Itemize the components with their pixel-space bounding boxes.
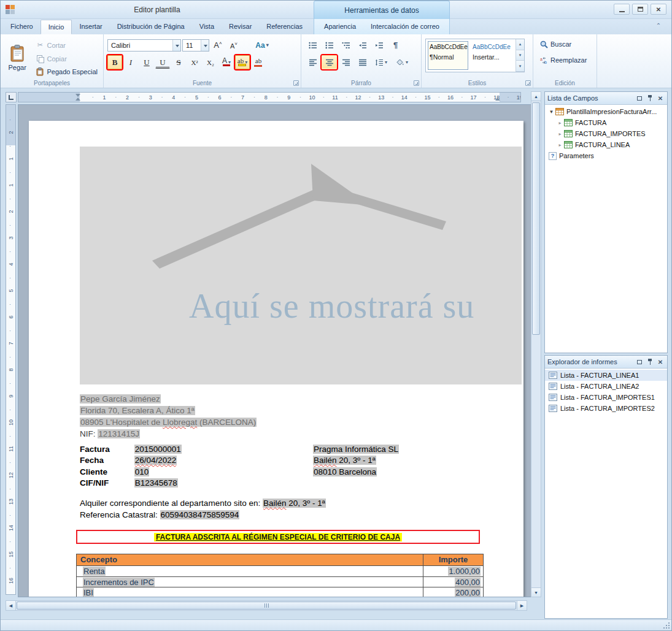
horizontal-scrollbar[interactable]: ◀ ▶ <box>6 600 527 611</box>
copy-button[interactable]: Copiar <box>33 53 101 65</box>
collapse-ribbon-button[interactable]: ⌃ <box>653 21 664 31</box>
justify-button[interactable] <box>355 55 370 69</box>
first-line-indent-marker[interactable] <box>75 94 80 97</box>
font-dialog-launcher[interactable] <box>293 80 299 86</box>
tab-stop-selector[interactable] <box>6 92 17 102</box>
shrink-font-button[interactable]: A˅ <box>226 38 241 52</box>
logo-placeholder-image[interactable]: Aquí se mostrará su <box>80 147 522 384</box>
horizontal-ruler[interactable]: 1·2·3·4·5·6·7·8·9·10·11·12·13·14·15·16·1… <box>18 92 521 102</box>
scroll-left-arrow[interactable]: ◀ <box>6 601 16 610</box>
text-highlight-button[interactable]: ab ▾ <box>235 55 250 69</box>
pin-panel-button[interactable] <box>646 94 654 102</box>
styles-dialog-launcher[interactable] <box>525 80 531 86</box>
list-item[interactable]: Lista - FACTURA_LINEA1 <box>545 370 667 381</box>
paragraph-dialog-launcher[interactable] <box>414 80 419 86</box>
double-underline-button[interactable]: U <box>155 57 170 69</box>
font-size-combobox[interactable]: 11 <box>182 39 209 52</box>
vertical-scrollbar[interactable]: ▲ ▼ <box>531 91 541 597</box>
tree-item-factura-importes[interactable]: ▸ FACTURA_IMPORTES <box>545 128 667 139</box>
cut-button[interactable]: ✂ Cortar <box>33 39 101 52</box>
paste-button[interactable]: Pegar <box>4 38 30 77</box>
replace-button[interactable]: a b Reemplazar <box>537 54 594 66</box>
style-insertar[interactable]: AaBbCcDdEe Insertar... <box>471 41 511 70</box>
issuer-name-field[interactable]: Pragma Informática SL <box>313 445 399 454</box>
subscript-button[interactable]: X₂ <box>203 55 218 69</box>
collapse-icon[interactable]: ▼ <box>547 109 555 115</box>
chevron-down-icon[interactable] <box>201 40 209 51</box>
tab-revisar[interactable]: Revisar <box>222 20 259 34</box>
scroll-right-arrow[interactable]: ▶ <box>517 601 527 610</box>
invoice-table[interactable]: Concepto Importe Renta 1.000,00 Incremen… <box>76 554 484 597</box>
numbered-list-button[interactable] <box>322 38 337 52</box>
superscript-button[interactable]: X² <box>187 55 202 69</box>
list-item[interactable]: Lista - FACTURA_LINEA2 <box>545 381 667 392</box>
tab-intercalacion-correo[interactable]: Intercalación de correo <box>363 20 447 34</box>
recipient-name-field[interactable]: Pepe García Jiménez <box>80 394 161 403</box>
list-item[interactable]: Lista - FACTURA_IMPORTES1 <box>545 392 667 403</box>
chevron-down-icon[interactable] <box>172 40 180 51</box>
grow-font-button[interactable]: A˄ <box>210 38 225 52</box>
issuer-city-field[interactable]: 08010 Barcelona <box>313 467 377 476</box>
tree-item-datasource[interactable]: ▼ PlantillaImpresionFacturaArr... <box>545 106 667 117</box>
styles-scroll-down-button[interactable]: ▾ <box>516 50 524 61</box>
hanging-indent-marker[interactable] <box>75 98 80 101</box>
tree-item-factura[interactable]: ▸ FACTURA <box>545 117 667 128</box>
tab-inicio[interactable]: Inicio <box>41 20 72 34</box>
rent-address-field[interactable]: Bailén 20, 3º - 1ª <box>263 499 326 508</box>
invoice-cif-field[interactable]: B12345678 <box>134 478 178 488</box>
shading-button[interactable]: ▾ <box>392 55 412 69</box>
vertical-scroll-thumb[interactable] <box>532 102 540 335</box>
close-panel-button[interactable]: ✕ <box>656 94 665 102</box>
scroll-up-arrow[interactable]: ▲ <box>531 92 541 101</box>
multilevel-list-button[interactable] <box>338 38 353 52</box>
font-color-button[interactable]: A ▾ <box>219 55 234 69</box>
find-button[interactable]: Buscar <box>537 38 594 50</box>
underline-button[interactable]: U <box>139 55 154 69</box>
expand-icon[interactable]: ▸ <box>556 142 564 148</box>
issuer-street-field[interactable]: Bailén 20, 3º - 1ª <box>313 456 376 465</box>
nif-field[interactable]: 12131415J <box>98 429 140 438</box>
italic-button[interactable]: I <box>123 55 138 69</box>
change-case-button[interactable]: Aa▾ <box>255 38 269 52</box>
vertical-ruler[interactable]: 2·1·1·2·3·4·5·6·7·8·9·10·11·12·13·14·15·… <box>6 104 16 595</box>
close-panel-button[interactable]: ✕ <box>656 358 665 366</box>
right-indent-marker[interactable] <box>495 98 500 101</box>
tab-fichero[interactable]: Fichero <box>3 20 41 34</box>
concept-field[interactable]: IBI <box>83 588 94 597</box>
expand-icon[interactable]: ▸ <box>556 131 564 137</box>
maximize-panel-button[interactable] <box>635 358 644 366</box>
align-right-button[interactable] <box>338 55 353 69</box>
scroll-down-arrow[interactable]: ▼ <box>531 587 541 597</box>
amount-field[interactable]: 400,00 <box>455 578 481 587</box>
align-left-button[interactable] <box>305 55 320 69</box>
resize-grip[interactable] <box>663 622 670 629</box>
bullet-list-button[interactable] <box>305 38 320 52</box>
list-item[interactable]: Lista - FACTURA_IMPORTES2 <box>545 403 667 414</box>
amount-field[interactable]: 1.000,00 <box>448 567 481 576</box>
document-page[interactable]: Aquí se mostrará su Pepe García Jiménez … <box>29 121 523 597</box>
align-center-button[interactable] <box>322 55 337 69</box>
decrease-indent-button[interactable] <box>355 38 370 52</box>
tree-item-factura-linea[interactable]: ▸ FACTURA_LINEA <box>545 139 667 150</box>
invoice-client-field[interactable]: 010 <box>134 467 150 476</box>
concept-field[interactable]: Renta <box>83 567 106 576</box>
invoice-date-field[interactable]: 26/04/2022 <box>134 456 177 465</box>
tab-distribucion-pagina[interactable]: Distribución de Página <box>110 20 192 34</box>
horizontal-scroll-thumb[interactable] <box>17 602 516 610</box>
paste-special-button[interactable]: Pegado Especial <box>33 66 101 78</box>
strikethrough-button[interactable]: S <box>171 55 186 69</box>
show-marks-button[interactable]: ¶ <box>388 38 403 52</box>
minimize-button[interactable] <box>614 4 630 15</box>
tab-apariencia[interactable]: Apariencia <box>317 20 363 34</box>
restore-button[interactable] <box>632 4 648 15</box>
font-name-combobox[interactable]: Calibri <box>107 39 181 52</box>
styles-scroll-up-button[interactable]: ▴ <box>516 39 524 50</box>
expand-icon[interactable]: ▸ <box>556 120 564 126</box>
invoice-number-field[interactable]: 2015000001 <box>134 445 182 454</box>
tab-insertar[interactable]: Insertar <box>72 20 109 34</box>
style-normal[interactable]: AaBbCcDdEe ¶Normal <box>428 41 468 70</box>
pin-panel-button[interactable] <box>646 358 654 366</box>
increase-indent-button[interactable] <box>371 38 387 52</box>
styles-expand-gallery-button[interactable]: ▾ <box>516 61 524 72</box>
close-button[interactable]: ✕ <box>651 4 666 15</box>
